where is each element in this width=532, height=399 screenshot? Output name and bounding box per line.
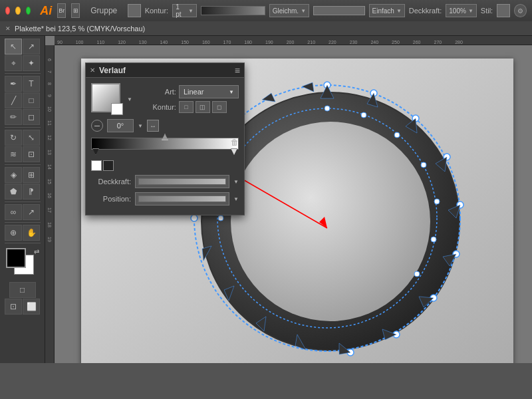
svg-point-16 <box>434 199 440 204</box>
screen-mode[interactable]: ⊡ <box>5 299 22 315</box>
line-tool[interactable]: ╱ <box>5 92 22 108</box>
stil-label: Stil: <box>481 7 493 15</box>
deckkraft-dropdown-arrow[interactable]: ▼ <box>233 179 239 185</box>
main-area: ↖ ↗ ⌖ ✦ ✒ T ╱ □ ✏ ◻ ↻ ⤡ ≋ ⊡ ◈ <box>0 36 532 363</box>
svg-marker-27 <box>382 329 396 340</box>
svg-marker-23 <box>436 157 447 172</box>
svg-marker-24 <box>448 205 460 218</box>
svg-marker-25 <box>443 254 456 266</box>
stroke-type1-dropdown[interactable]: Gleichm.▼ <box>269 4 309 17</box>
pen-tool[interactable]: ✒ <box>5 76 22 92</box>
svg-marker-30 <box>256 317 266 331</box>
stroke-swatch[interactable] <box>128 4 140 17</box>
zoom-tool[interactable]: ⊕ <box>5 225 22 241</box>
graph-tool[interactable]: ↗ <box>23 204 40 220</box>
gradient-midpoint[interactable] <box>162 134 168 140</box>
gradient-swatch-container[interactable] <box>91 83 123 115</box>
close-button[interactable] <box>5 7 10 15</box>
svg-point-12 <box>325 106 330 111</box>
art-label: Art: <box>136 88 176 96</box>
gradient-stop-right[interactable] <box>231 148 237 155</box>
opacity-field[interactable] <box>135 175 229 188</box>
angle-indicator <box>91 120 103 132</box>
svg-point-14 <box>394 132 400 138</box>
panel-menu-icon[interactable]: ≡ <box>235 65 240 76</box>
svg-point-11 <box>217 108 437 328</box>
position-field[interactable] <box>135 192 229 205</box>
art-type-dropdown[interactable]: Linear▼ <box>179 85 239 98</box>
document-tab: ✕ Plakette* bei 123,5 % (CMYK/Vorschau) <box>0 21 532 36</box>
svg-point-10 <box>191 215 198 221</box>
blend-tool[interactable]: ∞ <box>5 204 22 220</box>
normal-mode[interactable]: □ <box>9 282 36 298</box>
rotate-tool[interactable]: ↻ <box>5 130 22 146</box>
svg-marker-22 <box>406 118 417 133</box>
panel-close-button[interactable]: ✕ <box>90 66 95 74</box>
direct-select-tool[interactable]: ↗ <box>23 39 40 55</box>
panel-swatch-row: ▼ Art: Linear▼ Kontur: □ ◫ <box>91 83 239 115</box>
scale-tool[interactable]: ⤡ <box>23 130 40 146</box>
reverse-icon[interactable]: ↔ <box>147 120 159 132</box>
delete-stop-icon[interactable]: 🗑 <box>231 138 239 147</box>
swap-colors-icon[interactable]: ⇄ <box>34 248 39 255</box>
shape-tool[interactable]: □ <box>23 92 40 108</box>
kontur-label: Kontur: <box>145 7 168 15</box>
free-transform-tool[interactable]: ⊡ <box>23 146 40 162</box>
angle-field[interactable]: 0° <box>107 119 134 132</box>
svg-point-19 <box>218 215 223 221</box>
magic-wand-tool[interactable]: ✦ <box>23 55 40 71</box>
warp-tool[interactable]: ≋ <box>5 146 22 162</box>
panel-angle-row: 0° ▼ ↔ <box>91 119 239 132</box>
ruler-marks: 90100110120130 140150160170180 190200210… <box>55 40 463 45</box>
deckkraft-panel-label: Deckkraft: <box>91 178 131 186</box>
position-label: Position: <box>91 195 131 203</box>
select-tool[interactable]: ↖ <box>5 39 22 55</box>
angle-dropdown-arrow[interactable]: ▼ <box>138 123 143 129</box>
deckkraft-label: Deckkraft: <box>409 7 442 15</box>
br-icon: Br <box>57 3 66 18</box>
doc-title: Plakette* bei 123,5 % (CMYK/Vorschau) <box>15 25 145 33</box>
settings-icon[interactable]: ⚙ <box>514 4 527 17</box>
full-screen-mode[interactable]: ⬜ <box>23 299 40 315</box>
svg-marker-31 <box>224 286 234 301</box>
type-tool[interactable]: T <box>23 76 40 92</box>
position-dropdown-arrow[interactable]: ▼ <box>233 196 239 202</box>
kontur-dropdown[interactable]: 1 pt▼ <box>172 4 197 17</box>
panel-body: ▼ Art: Linear▼ Kontur: □ ◫ <box>86 78 244 215</box>
eraser-tool[interactable]: ◻ <box>23 109 40 125</box>
stroke-icon-2[interactable]: ◫ <box>196 101 210 113</box>
layout-icon: ⊞ <box>71 3 80 18</box>
foreground-color[interactable] <box>6 248 26 268</box>
hand-tool[interactable]: ✋ <box>23 225 40 241</box>
svg-marker-20 <box>321 85 334 98</box>
svg-point-13 <box>361 112 366 118</box>
swatch-arrow[interactable]: ▼ <box>127 96 132 102</box>
svg-marker-26 <box>419 297 434 307</box>
stroke-icon-1[interactable]: □ <box>179 101 194 113</box>
doc-close-icon[interactable]: ✕ <box>5 25 11 32</box>
gradient-panel: ✕ Verlauf ≡ ▼ Art: Linea <box>85 63 245 215</box>
swatch-pair <box>91 160 114 171</box>
deckkraft-dropdown[interactable]: 100%▼ <box>446 4 477 17</box>
minimize-button[interactable] <box>15 7 20 15</box>
stroke-preview-2 <box>313 6 364 15</box>
paint-tool[interactable]: ✏ <box>5 109 22 125</box>
eyedropper-tool[interactable]: ⁋ <box>23 184 40 200</box>
ruler-left: 6 7 8 9 10 11 12 13 14 15 16 17 18 19 <box>45 45 55 363</box>
gradient-stop-left[interactable] <box>92 148 99 155</box>
mesh-tool[interactable]: ⊞ <box>23 167 40 183</box>
stroke-type2-dropdown[interactable]: Einfach▼ <box>369 4 405 17</box>
svg-point-18 <box>414 271 420 277</box>
swatch-black[interactable] <box>103 160 114 171</box>
gradient-tool[interactable]: ◈ <box>5 167 22 183</box>
kontur-panel-label: Kontur: <box>136 103 176 111</box>
swatch-underbar-row <box>91 160 239 171</box>
color-boxes: ⇄ <box>6 248 39 277</box>
paint-bucket-tool[interactable]: ⬟ <box>5 184 22 200</box>
lasso-tool[interactable]: ⌖ <box>5 55 22 71</box>
maximize-button[interactable] <box>26 7 31 15</box>
panel-titlebar: ✕ Verlauf ≡ <box>86 63 244 78</box>
stroke-icon-3[interactable]: ◻ <box>212 101 227 113</box>
swatch-white[interactable] <box>91 160 102 171</box>
stil-swatch[interactable] <box>497 4 509 17</box>
